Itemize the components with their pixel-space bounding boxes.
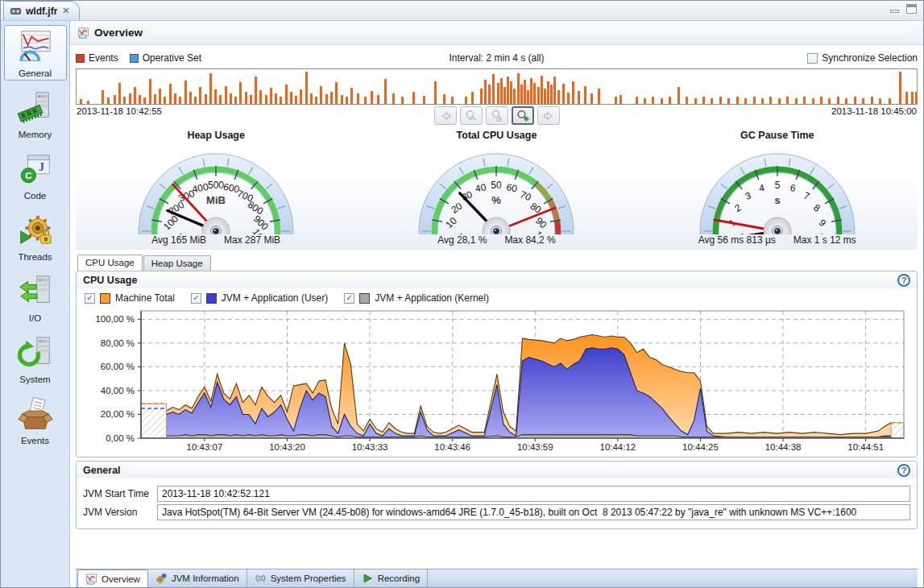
svg-text:10:43:33: 10:43:33 [352,442,388,452]
event-bar [164,97,166,104]
page-header: Overview [70,21,923,45]
event-bar [677,87,680,104]
svg-text:500: 500 [208,180,224,191]
gc-avg-value: Avg 56 ms 813 µs [698,234,776,246]
event-bar [371,91,373,104]
arrow-left-icon [439,110,452,122]
event-bar [465,97,467,104]
timeline-header: Events Operative Set Interval: 2 min 4 s… [76,48,918,68]
event-bar [239,82,242,104]
svg-text:10:44:25: 10:44:25 [682,442,719,452]
svg-text:20,00 %: 20,00 % [101,409,135,419]
sidebar-item-io[interactable]: I/O [4,270,67,325]
bottom-tab-recording[interactable]: Recording [354,569,428,587]
event-bar [123,97,126,104]
bottom-tab-overview[interactable]: Overview [77,569,148,587]
machine-total-label: Machine Total [115,292,175,304]
gauge-heap-usage: Heap Usage 01002003004005006007008009001… [76,130,356,250]
maximize-icon[interactable] [906,4,917,14]
jvm-version-field[interactable] [157,504,910,520]
event-bar [547,81,549,104]
magnifier-plus-icon [516,110,529,122]
event-bar [129,93,131,104]
svg-text:0,00 %: 0,00 % [106,433,135,443]
minimize-icon[interactable] [890,10,899,13]
event-bar [169,84,172,104]
event-bar [320,86,322,104]
help-icon[interactable]: ? [897,274,910,287]
event-bar [325,94,328,104]
event-bar [335,82,338,104]
sidebar-item-label: Threads [5,252,66,262]
nav-back-button [434,106,457,125]
event-bar [507,77,509,104]
event-bar [899,72,901,104]
event-bar [786,97,789,104]
sidebar: General Memory [1,21,70,587]
help-icon[interactable]: ? [897,464,910,477]
event-bar [225,86,227,104]
event-bar [598,89,600,104]
close-icon[interactable]: ✕ [61,6,70,16]
sidebar-item-system[interactable]: System [4,331,67,387]
bottom-tab-jvm-information[interactable]: JVM Information [148,569,247,587]
bottom-tab-system-properties[interactable]: System Properties [247,569,354,587]
editor-tab-title: wldf.jfr [26,6,57,17]
tab-heap-usage[interactable]: Heap Usage [143,255,211,271]
event-bar [179,97,181,104]
nav-zoom-in-button[interactable] [512,106,534,125]
cpu-usage-section-title: CPU Usage [83,275,137,286]
event-bar [553,77,556,104]
gauge-total-cpu-usage: Total CPU Usage 0102030405060708090100% … [356,130,636,250]
gauge-title: Heap Usage [187,130,245,143]
event-bar [524,80,526,104]
event-bar [615,97,617,104]
gauge-title: Total CPU Usage [457,130,537,143]
svg-text:9: 9 [816,217,828,229]
sidebar-item-memory[interactable]: Memory [4,86,67,142]
jvm-kernel-checkbox[interactable]: ✓ [344,293,354,304]
heap-max-value: Max 287 MiB [224,234,280,246]
sidebar-item-events[interactable]: Events [4,392,67,448]
event-bar [812,98,814,104]
sidebar-item-general[interactable]: General [4,25,67,81]
svg-text:7: 7 [802,189,812,202]
svg-text:10:43:46: 10:43:46 [434,442,470,452]
event-bar [572,81,574,104]
cpu-usage-chart[interactable]: 0,00 %20,00 %40,00 %60,00 %80,00 %100,00… [80,306,914,454]
event-bar [250,95,252,104]
svg-text:10: 10 [444,215,460,231]
event-bar [443,94,445,104]
editor-tab-bar: wldf.jfr ✕ [1,1,923,21]
svg-text:MiB: MiB [206,194,226,206]
event-bar [451,97,454,104]
event-bar [134,87,136,104]
jvm-kernel-label: JVM + Application (Kernel) [375,292,489,304]
sidebar-item-label: I/O [5,313,66,323]
cpu-chart-legend: ✓ Machine Total ✓ JVM + Application (Use… [77,288,917,305]
event-bar [562,84,565,104]
svg-text:3: 3 [744,189,753,202]
event-bar [544,89,546,104]
svg-text:6: 6 [789,182,798,194]
sidebar-item-threads[interactable]: Threads [4,209,67,264]
bottom-tab-label: System Properties [271,574,346,583]
mission-control-window: wldf.jfr ✕ General [0,0,924,588]
system-refresh-icon [17,334,54,371]
event-bar [619,95,622,104]
event-bar [497,83,499,104]
svg-text:50: 50 [491,180,503,191]
events-timeline-strip[interactable] [76,68,918,105]
jvm-start-time-field[interactable] [157,486,910,502]
event-bar [384,79,387,104]
editor-tab-wldf[interactable]: wldf.jfr ✕ [3,1,80,20]
machine-total-checkbox[interactable]: ✓ [85,293,95,304]
cpu-max-value: Max 84,2 % [504,234,555,246]
overview-content: Events Operative Set Interval: 2 min 4 s… [70,45,923,587]
jvm-user-checkbox[interactable]: ✓ [191,293,201,304]
tab-cpu-usage[interactable]: CPU Usage [77,255,143,271]
sidebar-item-code[interactable]: J C Threads Code [4,147,67,203]
event-bar [295,96,297,104]
event-bar [686,97,688,104]
jvm-user-swatch [206,293,217,304]
